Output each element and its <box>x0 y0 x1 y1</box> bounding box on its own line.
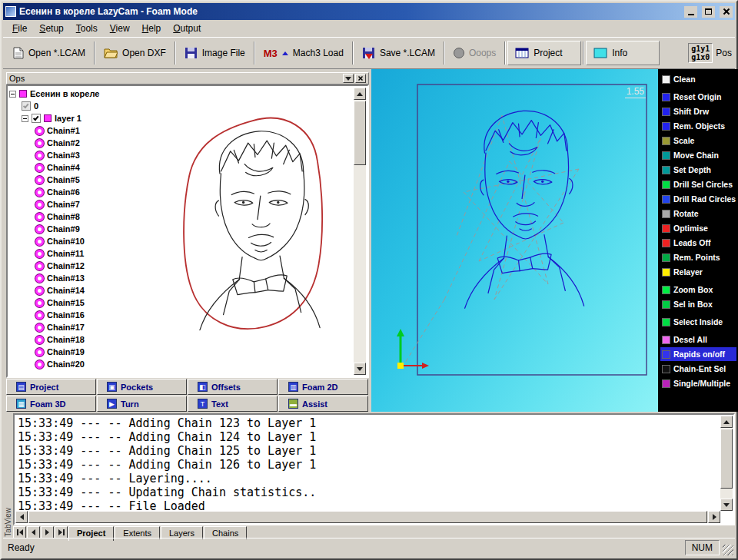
tree-item-chain-1[interactable]: Chain#1 <box>9 124 163 137</box>
menu-item-output[interactable]: Output <box>167 21 207 36</box>
tree-item-chain-4[interactable]: Chain#4 <box>9 161 163 174</box>
tree-item-chain-5[interactable]: Chain#5 <box>9 174 163 186</box>
mach3-load-button[interactable]: M3 Mach3 Load <box>257 41 351 65</box>
scroll-right-icon[interactable] <box>708 511 720 523</box>
collapse-icon[interactable] <box>9 91 16 98</box>
tree-item-chain-19[interactable]: Chain#19 <box>9 346 163 358</box>
menu-item-help[interactable]: Help <box>136 21 168 36</box>
side-button-rem-points[interactable]: Rem. Points <box>660 250 736 264</box>
scrollbar-thumb[interactable] <box>28 511 707 523</box>
title-bar[interactable]: Есенин в кореле LazyCam - Foam Mode <box>3 3 735 20</box>
tab-foam-3d-button[interactable]: ▦Foam 3D <box>6 396 96 412</box>
scroll-up-icon[interactable] <box>720 416 733 428</box>
tree-item-layer1[interactable]: layer 1 <box>9 112 163 124</box>
side-button-set-depth[interactable]: Set Depth <box>660 163 736 177</box>
tab-nav-last-button[interactable] <box>55 526 68 538</box>
tree-item-chain-14[interactable]: Chain#14 <box>9 284 163 297</box>
side-button-leads-off[interactable]: Leads Off <box>660 236 736 250</box>
ooops-button[interactable]: Ooops <box>447 41 503 65</box>
tab-project-button[interactable]: ▤Project <box>6 379 96 395</box>
minimize-button[interactable] <box>684 6 697 18</box>
tab-nav-next-button[interactable] <box>41 526 54 538</box>
tab-nav-first-button[interactable] <box>13 526 26 538</box>
layer1-checkbox[interactable] <box>32 114 41 123</box>
tree-item-chain-12[interactable]: Chain#12 <box>9 260 163 272</box>
scroll-left-icon[interactable] <box>15 511 28 523</box>
close-button[interactable] <box>720 6 733 18</box>
tree-item-chain-6[interactable]: Chain#6 <box>9 186 163 198</box>
project-view-button[interactable]: Project <box>507 41 581 65</box>
log-vertical-scrollbar[interactable] <box>720 416 733 511</box>
log-horizontal-scrollbar[interactable] <box>15 511 720 523</box>
dock-icon[interactable] <box>343 74 354 83</box>
scrollbar-thumb[interactable] <box>720 429 733 489</box>
tree-item-chain-13[interactable]: Chain#13 <box>9 272 163 284</box>
tree-item-chain-15[interactable]: Chain#15 <box>9 297 163 309</box>
side-button-rotate[interactable]: Rotate <box>660 207 736 220</box>
tree-item-chain-7[interactable]: Chain#7 <box>9 198 163 210</box>
side-button-scale[interactable]: Scale <box>660 134 736 147</box>
ops-vertical-scrollbar[interactable] <box>354 88 366 375</box>
side-button-shift-drw[interactable]: Shift Drw <box>660 104 736 118</box>
tab-offsets-button[interactable]: ◧Offsets <box>188 379 278 395</box>
collapse-icon[interactable] <box>22 115 28 122</box>
side-button-drill-sel-circles[interactable]: Drill Sel Circles <box>660 177 736 191</box>
tree-item-chain-16[interactable]: Chain#16 <box>9 309 163 321</box>
info-view-button[interactable]: Info <box>586 41 660 65</box>
tab-pockets-button[interactable]: ▣Pockets <box>97 379 187 395</box>
open-lcam-button[interactable]: Open *.LCAM <box>6 41 92 65</box>
menu-item-view[interactable]: View <box>104 21 136 36</box>
side-button-rem-objects[interactable]: Rem. Objects <box>660 119 736 133</box>
side-button-relayer[interactable]: Relayer <box>660 265 736 279</box>
tab-turn-button[interactable]: ▶Turn <box>97 396 187 412</box>
tree-item-chain-8[interactable]: Chain#8 <box>9 210 163 223</box>
side-button-label: Rapids on/off <box>673 350 725 359</box>
preview-canvas[interactable] <box>165 88 353 375</box>
scroll-down-icon[interactable] <box>720 499 733 511</box>
tree-item-root[interactable]: Есенин в кореле <box>9 88 163 100</box>
side-button-drill-rad-circles[interactable]: Drill Rad Circles <box>660 192 736 206</box>
scroll-down-icon[interactable] <box>354 363 366 375</box>
resize-grip[interactable] <box>723 545 733 555</box>
side-button-clean[interactable]: Clean <box>660 72 736 86</box>
tree-item-chain-10[interactable]: Chain#10 <box>9 235 163 247</box>
menu-item-tools[interactable]: Tools <box>70 21 104 36</box>
side-button-chain-ent-sel[interactable]: Chain-Ent Sel <box>660 362 736 376</box>
menu-bar: FileSetupToolsViewHelpOutput <box>3 20 735 37</box>
layer0-checkbox[interactable] <box>22 101 31 111</box>
scrollbar-thumb[interactable] <box>354 101 366 165</box>
tree-item-chain-2[interactable]: Chain#2 <box>9 137 163 149</box>
maximize-button[interactable] <box>702 6 715 18</box>
side-button-zoom-box[interactable]: Zoom Box <box>660 283 736 297</box>
panel-close-icon[interactable] <box>355 74 366 83</box>
tab-nav-prev-button[interactable] <box>27 526 40 538</box>
tree-item-layer0[interactable]: 0 <box>9 100 163 112</box>
side-button-move-chain[interactable]: Move Chain <box>660 148 736 162</box>
side-button-reset-origin[interactable]: Reset Origin <box>660 90 736 104</box>
chain-icon <box>35 262 44 270</box>
side-button-select-inside[interactable]: Select Inside <box>660 315 736 329</box>
tree-item-chain-20[interactable]: Chain#20 <box>9 358 163 370</box>
tab-text-button[interactable]: TText <box>188 396 278 412</box>
tab-foam-2d-button[interactable]: ▥Foam 2D <box>278 379 368 395</box>
image-file-button[interactable]: Image File <box>178 41 252 65</box>
viewport-canvas[interactable]: 1.55 <box>371 69 658 412</box>
tree-item-chain-11[interactable]: Chain#11 <box>9 247 163 260</box>
tree-item-chain-3[interactable]: Chain#3 <box>9 149 163 161</box>
side-button-rapids-on-off[interactable]: Rapids on/off <box>660 347 736 361</box>
side-button-optimise[interactable]: Optimise <box>660 221 736 235</box>
ops-caption-bar[interactable]: Ops <box>6 72 369 84</box>
scroll-up-icon[interactable] <box>354 88 366 100</box>
side-button-single-multiple[interactable]: Single/Multiple <box>660 376 736 390</box>
side-button-desel-all[interactable]: Desel All <box>660 333 736 346</box>
tab-assist-button[interactable]: ▬Assist <box>278 396 368 412</box>
menu-item-file[interactable]: File <box>6 21 33 36</box>
tree-item-chain-18[interactable]: Chain#18 <box>9 333 163 346</box>
tree-item-chain-9[interactable]: Chain#9 <box>9 223 163 235</box>
tree-item-chain-17[interactable]: Chain#17 <box>9 321 163 333</box>
open-dxf-button[interactable]: Open DXF <box>97 41 173 65</box>
side-button-sel-in-box[interactable]: Sel in Box <box>660 297 736 311</box>
save-lcam-button[interactable]: Save *.LCAM <box>355 41 442 65</box>
document-icon <box>13 47 24 59</box>
menu-item-setup[interactable]: Setup <box>33 21 69 36</box>
